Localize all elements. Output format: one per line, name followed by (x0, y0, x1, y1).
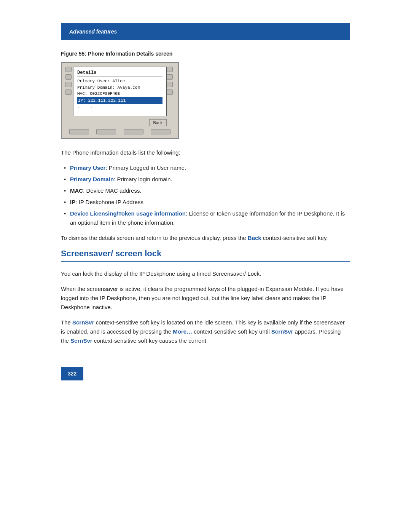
bullet-bold-1: Primary User (70, 165, 105, 171)
section-heading: Screensaver/ screen lock (61, 249, 350, 262)
para-2: When the screensaver is active, it clear… (61, 284, 350, 312)
phone-screen-title: Details (77, 70, 162, 77)
bullet-bold-4: IP (70, 199, 75, 205)
phone-back-softkey: Back (149, 119, 167, 126)
phone-side-btn-2 (65, 74, 72, 80)
para3-scrnsvr3: ScrnSvr (70, 337, 92, 344)
list-item-primary-user: Primary User: Primary Logged in User nam… (61, 163, 350, 173)
para3-more: More… (173, 328, 192, 335)
phone-screen-mockup: Details Primary User: Alice Primary Doma… (61, 62, 179, 139)
bullet-bold-5: Device Licensing/Token usage information (70, 210, 186, 217)
phone-right-btn-3 (167, 82, 173, 87)
para3-scrnsvr2: ScrnSvr (271, 328, 293, 335)
dismiss-back-label: Back (248, 235, 261, 241)
para3-before: The (61, 319, 72, 326)
header-banner: Advanced features (61, 23, 350, 40)
bullet-rest-1: : Primary Logged in User name. (105, 165, 186, 171)
phone-main-area: Details Primary User: Alice Primary Doma… (73, 67, 167, 126)
para-1: You can lock the display of the IP Deskp… (61, 269, 350, 278)
dismiss-text-before: To dismiss the details screen and return… (61, 235, 248, 241)
phone-row-ip: IP: 222.111.222.111 (77, 97, 162, 104)
figure-caption: Figure 55: Phone Information Details scr… (61, 51, 350, 57)
dismiss-paragraph: To dismiss the details screen and return… (61, 233, 350, 243)
phone-bottom-btn-4 (151, 129, 170, 134)
phone-bottom-btn-1 (69, 129, 89, 134)
para3-mid2: context-sensitive soft key until (192, 328, 271, 335)
page-number-box: 322 (61, 367, 83, 380)
phone-bottom-btn-2 (96, 129, 116, 134)
phone-row-dots: . . . (77, 104, 162, 110)
list-item-mac: MAC: Device MAC address. (61, 186, 350, 195)
intro-text: The Phone information details list the f… (61, 148, 350, 157)
list-item-ip: IP: IP Deskphone IP Address (61, 198, 350, 207)
phone-row-user: Primary User: Alice (77, 78, 162, 85)
para-3: The ScrnSvr context-sensitive soft key i… (61, 318, 350, 345)
dismiss-text-after: context-sensitive soft key. (261, 235, 328, 241)
phone-row-mac: MAC: 0022CF00F49B (77, 91, 162, 97)
phone-side-btn-4 (65, 89, 72, 95)
list-item-primary-domain: Primary Domain: Primary login domain. (61, 175, 350, 184)
phone-right-buttons (167, 67, 173, 126)
bullet-rest-4: : IP Deskphone IP Address (75, 199, 143, 205)
phone-side-btn-3 (65, 82, 72, 87)
phone-left-buttons (65, 67, 72, 126)
phone-bottom-buttons (65, 129, 174, 134)
header-banner-text: Advanced features (69, 29, 117, 35)
phone-side-btn-1 (65, 67, 72, 72)
bullet-bold-2: Primary Domain (70, 176, 114, 182)
bullet-bold-3: MAC (70, 187, 83, 194)
phone-bottom-btn-3 (124, 129, 143, 134)
phone-softkeys-row: Back (73, 119, 167, 126)
phone-right-btn-2 (167, 74, 173, 80)
bullet-rest-3: : Device MAC address. (83, 187, 141, 194)
bullet-rest-2: : Primary login domain. (114, 176, 172, 182)
para3-scrnsvr1: ScrnSvr (72, 319, 94, 326)
page-number: 322 (68, 371, 76, 377)
para3-end: context-sensitive soft key causes the cu… (92, 337, 206, 344)
phone-right-btn-4 (167, 89, 173, 95)
list-item-licensing: Device Licensing/Token usage information… (61, 209, 350, 227)
phone-right-btn-1 (167, 67, 173, 72)
bullet-list: Primary User: Primary Logged in User nam… (61, 163, 350, 227)
phone-screen-inner: Details Primary User: Alice Primary Doma… (73, 67, 167, 116)
phone-row-domain: Primary Domain: Avaya.com (77, 85, 162, 91)
